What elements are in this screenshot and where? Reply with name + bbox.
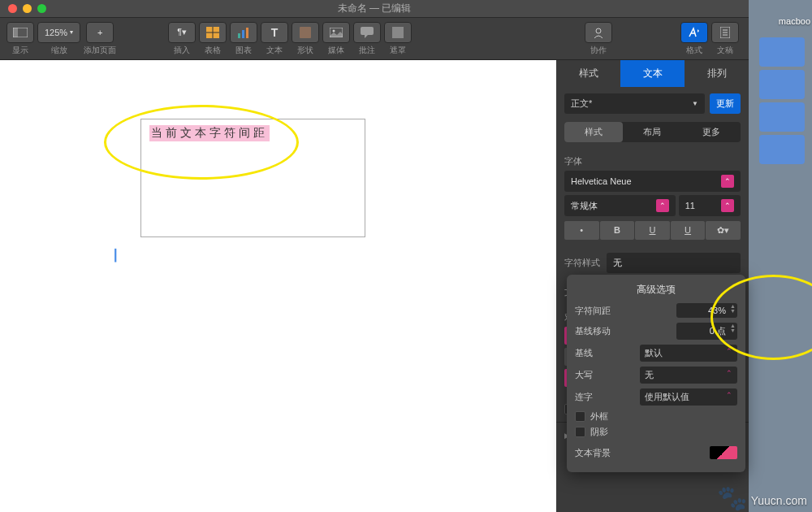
svg-point-13 (596, 28, 601, 33)
desktop-file-label: macboo (779, 16, 810, 26)
font-size-input[interactable]: 11⌃ (679, 195, 741, 216)
document-canvas[interactable]: 当前文本字符间距 ┃ (0, 60, 556, 512)
outline-checkbox[interactable]: 外框 (575, 410, 737, 423)
tab-style[interactable]: 样式 (556, 60, 620, 87)
table-button[interactable] (199, 22, 227, 43)
paragraph-style-select[interactable]: 正文*▼ (564, 93, 705, 114)
document-button[interactable] (711, 22, 739, 43)
comment-button[interactable] (353, 22, 381, 43)
zoom-select[interactable]: 125% ▾ (37, 22, 80, 43)
inspector-tabs: 样式 文本 排列 (556, 60, 749, 87)
media-button[interactable] (322, 22, 350, 43)
svg-rect-6 (242, 30, 244, 38)
char-style-select[interactable]: 无 (607, 253, 741, 273)
svg-rect-11 (361, 27, 374, 35)
text-bg-color-well[interactable] (710, 446, 737, 459)
svg-rect-5 (238, 33, 240, 38)
minimize-window-button[interactable] (23, 4, 32, 13)
toolbar: 显示 125% ▾ 缩放 + 添加页面 ¶▾ 插入 表格 图表 T 文本 形 (0, 18, 749, 60)
subtab-layout[interactable]: 布局 (623, 122, 681, 142)
text-bg-label: 文本背景 (575, 447, 611, 459)
collaborate-button[interactable] (585, 22, 612, 43)
svg-rect-7 (246, 28, 248, 38)
char-spacing-label: 字符间距 (575, 305, 611, 317)
update-style-button[interactable]: 更新 (710, 93, 741, 114)
titlebar: 未命名 — 已编辑 (0, 0, 749, 18)
svg-rect-1 (13, 28, 18, 37)
ligature-select[interactable]: 使用默认值⌃ (640, 388, 737, 406)
text-color-dot-button[interactable]: • (564, 221, 599, 240)
font-label: 字体 (564, 155, 741, 167)
font-weight-select[interactable]: 常规体⌃ (564, 195, 676, 216)
baseline-shift-label: 基线移动 (575, 325, 611, 337)
shadow-checkbox[interactable]: 阴影 (575, 426, 737, 438)
bold-button[interactable]: B (600, 221, 635, 240)
char-style-label: 字符样式 (564, 257, 600, 269)
italic-button[interactable]: U (635, 221, 670, 240)
tab-text[interactable]: 文本 (620, 60, 685, 87)
watermark: Yuucn.com (751, 494, 807, 507)
advanced-font-button[interactable]: ✿▾ (706, 221, 741, 240)
ligature-label: 连字 (575, 391, 593, 403)
svg-rect-8 (300, 27, 311, 38)
selected-text[interactable]: 当前文本字符间距 (149, 125, 270, 141)
chart-button[interactable] (230, 22, 257, 43)
view-label: 显示 (12, 45, 28, 56)
subtab-more[interactable]: 更多 (682, 122, 741, 142)
add-page-button[interactable]: + (86, 22, 114, 43)
shape-button[interactable] (292, 22, 319, 43)
baseline-select[interactable]: 默认⌃ (640, 345, 737, 362)
close-window-button[interactable] (8, 4, 17, 13)
advanced-options-popover: 高级选项 字符间距 43%▲▼ 基线移动 0 点▲▼ 基线 默认⌃ 大写 无⌃ … (567, 275, 745, 472)
add-page-label: 添加页面 (84, 45, 116, 56)
format-button[interactable] (680, 22, 708, 43)
insertion-cursor-icon: ┃ (112, 249, 119, 262)
fullscreen-window-button[interactable] (37, 4, 46, 13)
popover-title: 高级选项 (575, 283, 737, 297)
svg-rect-12 (392, 27, 404, 38)
text-button[interactable]: T (261, 22, 288, 43)
baseline-label: 基线 (575, 347, 593, 359)
zoom-label: 缩放 (51, 45, 67, 56)
char-spacing-input[interactable]: 43%▲▼ (676, 303, 737, 318)
mask-button[interactable] (384, 22, 412, 43)
svg-point-10 (333, 29, 335, 32)
font-family-select[interactable]: Helvetica Neue⌃ (564, 171, 741, 192)
caps-label: 大写 (575, 369, 593, 381)
app-window: 未命名 — 已编辑 显示 125% ▾ 缩放 + 添加页面 ¶▾ 插入 表格 图… (0, 0, 749, 512)
subtab-style[interactable]: 样式 (564, 122, 623, 142)
underline-button[interactable]: U (671, 221, 706, 240)
window-title: 未命名 — 已编辑 (338, 2, 412, 15)
tab-arrange[interactable]: 排列 (685, 60, 749, 87)
paw-icon: 🐾 (717, 484, 747, 512)
baseline-shift-input[interactable]: 0 点▲▼ (676, 323, 737, 340)
view-menu-button[interactable] (6, 22, 34, 43)
desktop-icons (752, 34, 812, 167)
insert-button[interactable]: ¶▾ (168, 22, 196, 43)
caps-select[interactable]: 无⌃ (640, 367, 737, 384)
